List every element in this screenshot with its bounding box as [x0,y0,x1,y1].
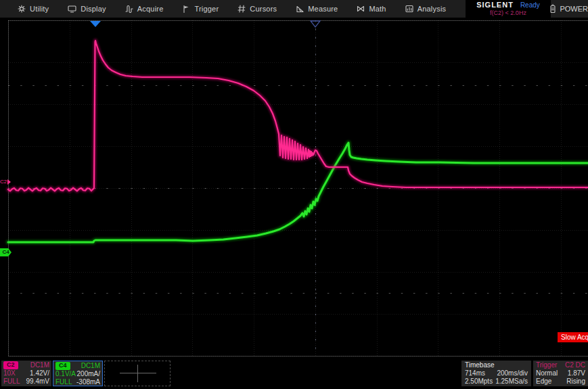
menu-utility-label: Utility [30,5,49,13]
timebase-memdepth: 2.50Mpts [465,377,493,386]
slow-acq-badge: Slow Acq [558,332,588,342]
power-menu[interactable]: POWER [549,0,588,18]
main-menu: Utility Display Acquire Trigger [0,0,455,18]
c2-attenuation: 10X [3,369,16,377]
menu-trigger[interactable]: Trigger [173,0,228,18]
bottom-status-bar: C2 DC1M 10X 1.42V/ FULL 99.4mV C4 DC1M 0… [0,357,588,389]
menu-display[interactable]: Display [58,0,115,18]
trigger-slope: Rising [566,377,585,386]
waveform-display[interactable] [0,0,588,389]
acquisition-state: Ready [520,1,540,9]
c2-position-arrow-icon [7,179,11,185]
c2-scale: 1.42V/ [30,369,49,377]
menu-measure-label: Measure [308,5,338,13]
pulse-icon [125,5,133,13]
menu-utility[interactable]: Utility [8,0,58,18]
add-channel-box[interactable] [104,361,171,386]
add-channel-plus-icon [137,365,138,382]
timebase-title: Timebase [465,361,495,369]
c2-offset: 99.4mV [26,377,49,386]
timebase-box[interactable]: Timebase 714ms 200ms/div 2.50Mpts 1.25MS… [461,361,531,386]
c4-offset: -308mA [76,378,100,386]
trigger-delay-marker [311,21,320,27]
c2-badge: C2 [3,361,18,369]
menu-acquire[interactable]: Acquire [116,0,173,18]
trigger-type: Edge [536,377,551,386]
menu-display-label: Display [81,5,106,13]
timebase-samplerate: 1.25MSa/s [495,377,528,386]
c2-bandwidth: FULL [3,377,20,386]
trigger-title: Trigger [536,361,557,369]
channel-c4-box[interactable]: C4 DC1M 0.1V/A 200mA/ FULL -308mA [53,361,103,386]
brand-status-box: SIGLENT Ready f(C2) < 2.0Hz [466,0,551,18]
c4-bandwidth: FULL [55,378,72,386]
flag-icon [182,5,190,13]
c2-position-label: C2 [0,178,7,185]
trigger-level: 1.87V [568,369,585,377]
menu-cursors-label: Cursors [250,5,277,13]
siglent-logo: SIGLENT [476,1,514,9]
top-menu-bar: Utility Display Acquire Trigger [0,0,588,18]
trigger-frequency-readout: f(C2) < 2.0Hz [490,9,526,17]
menu-analysis-label: Analysis [417,5,447,13]
hash-icon [238,5,246,13]
protractor-icon [296,5,304,13]
menu-measure[interactable]: Measure [286,0,347,18]
c4-badge: C4 [55,362,70,370]
add-channel-plus-icon [120,373,156,373]
chart-icon [405,5,413,13]
bowtie-icon [357,5,365,13]
c4-scale: 200mA/ [77,370,100,378]
menu-analysis[interactable]: Analysis [396,0,456,18]
c4-coupling: DC1M [81,362,100,370]
menu-cursors[interactable]: Cursors [228,0,286,18]
menu-math-label: Math [369,5,386,13]
monitor-icon [68,5,76,13]
power-label: POWER [560,5,588,13]
trigger-position-marker [90,21,101,27]
c2-coupling: DC1M [30,361,49,369]
menu-math[interactable]: Math [347,0,395,18]
menu-acquire-label: Acquire [137,5,164,13]
timebase-scale: 200ms/div [497,369,528,377]
c4-attenuation: 0.1V/A [55,370,76,378]
trigger-source: C2 DC [565,361,585,369]
menu-trigger-label: Trigger [194,5,219,13]
timebase-delay: 714ms [465,369,485,377]
trigger-box[interactable]: Trigger C2 DC Normal 1.87V Edge Rising [533,361,588,386]
gear-icon [18,5,26,13]
trigger-mode: Normal [536,369,558,377]
battery-icon [549,4,556,14]
channel-c2-box[interactable]: C2 DC1M 10X 1.42V/ FULL 99.4mV [1,361,51,386]
c2-position-marker[interactable]: C2 [0,178,11,185]
